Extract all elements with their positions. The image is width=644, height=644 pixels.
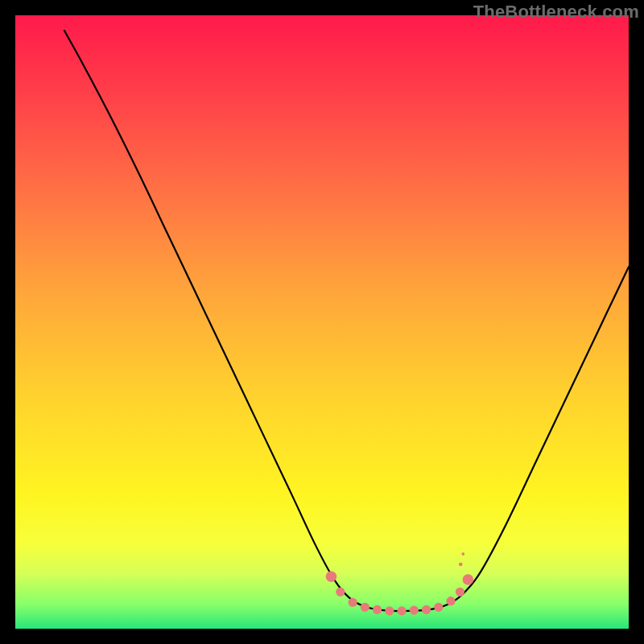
floor-marker-dot [434, 603, 443, 612]
floor-marker-dot [336, 588, 345, 597]
gradient-background [15, 15, 629, 629]
floor-marker-dot [456, 588, 464, 597]
floor-marker-dot [326, 571, 337, 582]
floor-marker-dot [397, 606, 406, 615]
floor-marker-dot [463, 574, 474, 585]
floor-marker-dot [385, 606, 394, 615]
floor-marker-dot [410, 606, 419, 615]
floor-marker-speck [461, 552, 464, 555]
floor-marker-speck [459, 563, 463, 567]
floor-marker-dot [349, 598, 357, 607]
floor-marker-dot [373, 605, 382, 614]
watermark-text: TheBottleneck.com [473, 2, 639, 23]
floor-marker-dot [422, 605, 431, 614]
floor-marker-dot [361, 603, 369, 612]
chart-frame [15, 15, 629, 629]
bottleneck-chart [15, 15, 629, 629]
floor-marker-dot [446, 597, 455, 605]
